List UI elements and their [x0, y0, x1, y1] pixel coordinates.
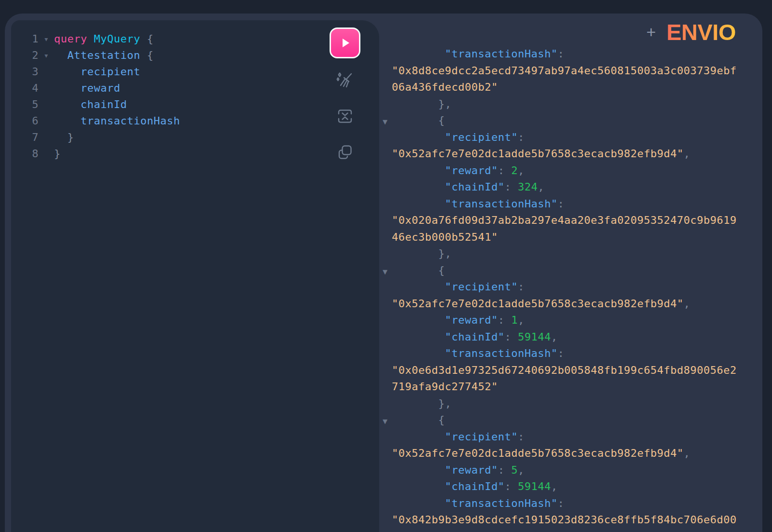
code-line[interactable]: 3 recipient — [11, 64, 379, 80]
code-line: "chainId": 324, — [392, 179, 762, 196]
fold-spacer — [39, 113, 54, 129]
prettify-button[interactable] — [335, 71, 355, 90]
collapse-arrow-icon[interactable]: ▼ — [383, 264, 388, 281]
results-header: + ENVIO — [646, 19, 736, 44]
fold-spacer — [39, 64, 54, 80]
results-pane: + ENVIO "transactionHash":"0x8d8ce9dcc2a… — [379, 14, 762, 532]
code-text: 06a436fdecd00b2" — [392, 81, 498, 93]
code-line[interactable]: 5 chainId — [11, 96, 379, 113]
fold-spacer — [39, 146, 54, 162]
code-text: }, — [392, 247, 452, 259]
response-json: "transactionHash":"0x8d8ce9dcc2a5ecd7349… — [379, 14, 762, 529]
code-line: "transactionHash": — [392, 345, 762, 362]
code-text: "recipient": — [392, 431, 524, 443]
code-line: "0x8d8ce9dcc2a5ecd73497ab97a4ec560815003… — [392, 63, 762, 80]
code-line: ▼ { — [392, 112, 762, 129]
code-line[interactable]: 6 transactionHash — [11, 113, 379, 129]
code-line: 46ec3b000b52541" — [392, 229, 762, 246]
code-text: "0x842b9b3e9d8cdcefc1915023d8236ce8ffb5f… — [392, 514, 737, 526]
code-text: { — [392, 114, 445, 126]
code-line: "0x52afc7e7e02dc1adde5b7658c3ecacb982efb… — [392, 445, 762, 462]
code-text: "recipient": — [392, 281, 524, 293]
code-text: "reward": 1, — [392, 314, 524, 326]
query-editor-pane[interactable]: 1▾query MyQuery {2▾ Attestation {3 recip… — [11, 20, 379, 532]
collapse-arrow-icon[interactable]: ▼ — [383, 413, 388, 430]
code-line: "reward": 5, — [392, 462, 762, 479]
code-line: "reward": 1, — [392, 312, 762, 329]
graphiql-window: 1▾query MyQuery {2▾ Attestation {3 recip… — [5, 14, 762, 532]
code-text: "0x52afc7e7e02dc1adde5b7658c3ecacb982efb… — [392, 298, 690, 310]
code-text: "transactionHash": — [392, 347, 564, 359]
code-line: "chainId": 59144, — [392, 329, 762, 346]
merge-fragments-icon — [335, 107, 355, 126]
code-line: 719afa9dc277452" — [392, 379, 762, 396]
code-line: ▼ { — [392, 262, 762, 279]
code-text: "transactionHash": — [392, 48, 564, 60]
line-number: 3 — [11, 64, 39, 80]
line-number: 8 — [11, 146, 39, 162]
line-number: 7 — [11, 129, 39, 146]
add-tab-button[interactable]: + — [646, 24, 656, 40]
code-line: "0x0e6d3d1e97325d67240692b005848fb199c65… — [392, 362, 762, 379]
code-text: "transactionHash": — [392, 497, 564, 509]
line-number: 1 — [11, 31, 39, 47]
line-number: 2 — [11, 47, 39, 64]
code-text: "0x0e6d3d1e97325d67240692b005848fb199c65… — [392, 364, 737, 376]
code-text: "chainId": 59144, — [392, 331, 558, 343]
code-line[interactable]: 7 } — [11, 129, 379, 146]
code-line: "0x020a76fd09d37ab2ba297e4aa20e3fa020953… — [392, 212, 762, 229]
code-text: "chainId": 324, — [392, 181, 544, 193]
play-icon — [339, 37, 351, 49]
copy-icon — [335, 142, 355, 162]
fold-spacer — [39, 96, 54, 113]
query-editor-code[interactable]: 1▾query MyQuery {2▾ Attestation {3 recip… — [11, 20, 379, 162]
code-text: }, — [392, 397, 452, 409]
code-line: "recipient": — [392, 279, 762, 296]
line-number: 5 — [11, 96, 39, 113]
code-text: "0x52afc7e7e02dc1adde5b7658c3ecacb982efb… — [392, 148, 690, 160]
code-text: { — [392, 264, 445, 276]
editor-toolbar — [330, 27, 360, 162]
code-line[interactable]: 2▾ Attestation { — [11, 47, 379, 64]
code-line: "0x842b9b3e9d8cdcefc1915023d8236ce8ffb5f… — [392, 512, 762, 529]
code-line[interactable]: 1▾query MyQuery { — [11, 31, 379, 47]
code-text: "chainId": 59144, — [392, 480, 558, 492]
code-line[interactable]: 8} — [11, 146, 379, 162]
code-text: "recipient": — [392, 131, 524, 143]
code-line: "chainId": 59144, — [392, 478, 762, 495]
code-line: ▼ { — [392, 412, 762, 429]
envio-logo[interactable]: ENVIO — [666, 19, 736, 45]
code-line: "0x52afc7e7e02dc1adde5b7658c3ecacb982efb… — [392, 296, 762, 313]
code-text: "transactionHash": — [392, 198, 564, 210]
code-line: 06a436fdecd00b2" — [392, 79, 762, 96]
code-line: "recipient": — [392, 429, 762, 446]
fold-arrow-icon[interactable]: ▾ — [39, 31, 54, 47]
code-line[interactable]: 4 reward — [11, 80, 379, 96]
prettify-icon — [335, 71, 355, 90]
collapse-arrow-icon[interactable]: ▼ — [383, 114, 388, 131]
code-line: "transactionHash": — [392, 196, 762, 213]
code-text: "0x8d8ce9dcc2a5ecd73497ab97a4ec560815003… — [392, 65, 737, 77]
code-line: }, — [392, 396, 762, 412]
fold-spacer — [39, 80, 54, 96]
code-line: }, — [392, 246, 762, 262]
code-line: "0x52afc7e7e02dc1adde5b7658c3ecacb982efb… — [392, 146, 762, 163]
code-text: { — [392, 414, 445, 426]
line-number: 4 — [11, 80, 39, 96]
fold-spacer — [39, 129, 54, 146]
copy-query-button[interactable] — [335, 142, 355, 162]
fold-arrow-icon[interactable]: ▾ — [39, 47, 54, 64]
merge-fragments-button[interactable] — [335, 107, 355, 126]
code-line: "reward": 2, — [392, 163, 762, 179]
code-text: 719afa9dc277452" — [392, 381, 498, 393]
code-line: "recipient": — [392, 129, 762, 146]
code-line: "transactionHash": — [392, 495, 762, 512]
code-line: "transactionHash": — [392, 46, 762, 63]
code-text: "0x52afc7e7e02dc1adde5b7658c3ecacb982efb… — [392, 447, 690, 459]
line-number: 6 — [11, 113, 39, 129]
execute-query-button[interactable] — [330, 27, 360, 58]
code-text: "reward": 2, — [392, 164, 524, 177]
code-text: "reward": 5, — [392, 464, 524, 476]
code-text: "0x020a76fd09d37ab2ba297e4aa20e3fa020953… — [392, 214, 737, 226]
code-text: 46ec3b000b52541" — [392, 231, 498, 243]
